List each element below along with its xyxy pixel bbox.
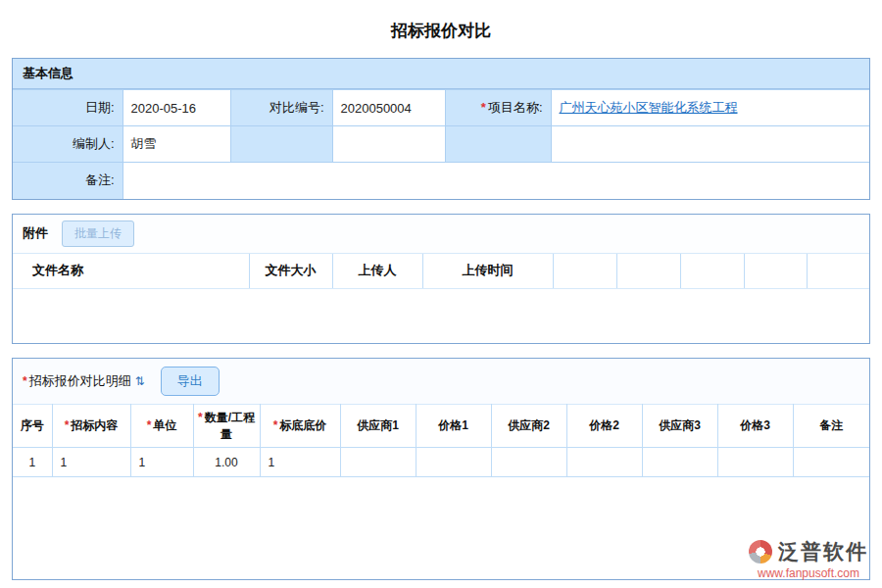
batch-upload-button[interactable]: 批量上传 [62,220,134,247]
required-mark: * [65,418,70,432]
attachment-column-empty [807,254,869,289]
detail-cell-seq: 1 [13,448,52,477]
attachment-column-empty [744,254,807,289]
sort-icon[interactable]: ⇅ [135,374,145,388]
basic-info-row-1: 日期: 2020-05-16 对比编号: 2020050004 *项目名称: 广… [13,90,869,126]
basic-info-section: 基本信息 日期: 2020-05-16 对比编号: 2020050004 *项目… [12,58,870,200]
detail-data-row: 1 1 1 1.00 1 [13,448,869,477]
attachment-column-filesize: 文件大小 [249,254,332,289]
author-value: 胡雪 [122,126,230,163]
detail-cell-supplier2 [491,448,566,477]
brand-footer: 泛普软件 www.fanpusoft.com [749,538,868,580]
detail-column-remark: 备注 [793,405,869,448]
project-name-link[interactable]: 广州天心苑小区智能化系统工程 [560,100,738,115]
attachment-column-filename: 文件名称 [13,254,249,289]
required-mark: * [198,411,203,424]
detail-column-seq: 序号 [13,405,52,448]
author-label: 编制人: [13,126,122,163]
attachments-section: 附件 批量上传 文件名称 文件大小 上传人 上传时间 [12,214,870,345]
attachment-column-empty [616,254,680,289]
detail-cell-remark [793,448,869,477]
detail-cell-unit: 1 [130,448,193,477]
detail-toolbar: * 招标报价对比明细 ⇅ 导出 [13,359,869,404]
attachments-table: 文件名称 文件大小 上传人 上传时间 [13,254,869,290]
project-name-cell: 广州天心苑小区智能化系统工程 [551,90,869,126]
empty-label-cell [230,126,332,163]
detail-column-baseprice: *标底底价 [260,405,340,448]
detail-column-price2: 价格2 [566,405,642,448]
attachments-title: 附件 [23,224,48,242]
export-button[interactable]: 导出 [161,367,220,396]
remark-value [122,163,869,199]
detail-header-row: 序号 *招标内容 *单位 *数量/工程量 *标底底价 供应商1 价格1 供应商2… [13,405,869,448]
detail-empty-area [13,477,869,579]
detail-cell-supplier3 [642,448,717,477]
attachment-column-uploader: 上传人 [332,254,422,289]
detail-column-supplier1: 供应商1 [340,405,416,448]
detail-column-price1: 价格1 [416,405,491,448]
page-title: 招标报价对比 [12,0,870,58]
detail-section: * 招标报价对比明细 ⇅ 导出 序号 *招标内容 *单位 *数量/工程量 *标底… [12,358,870,580]
detail-cell-quantity: 1.00 [193,448,260,477]
detail-column-supplier2: 供应商2 [491,405,566,448]
basic-info-row-2: 编制人: 胡雪 [13,126,869,163]
basic-info-row-3: 备注: [13,163,869,199]
attachments-header-row: 文件名称 文件大小 上传人 上传时间 [13,254,869,289]
compare-no-value: 2020050004 [332,90,445,126]
brand-name: 泛普软件 [778,538,868,565]
detail-column-unit: *单位 [130,405,193,448]
detail-cell-price3 [717,448,793,477]
detail-cell-baseprice: 1 [260,448,340,477]
project-name-label: *项目名称: [445,90,551,126]
detail-cell-price1 [416,448,491,477]
detail-section-title: 招标报价对比明细 [29,372,131,390]
brand-row: 泛普软件 [749,538,868,565]
detail-cell-supplier1 [340,448,416,477]
date-value: 2020-05-16 [122,90,230,126]
basic-info-table: 日期: 2020-05-16 对比编号: 2020050004 *项目名称: 广… [13,89,869,199]
detail-column-quantity: *数量/工程量 [193,405,260,448]
remark-label: 备注: [13,163,122,199]
empty-value-cell [551,126,869,163]
attachment-column-empty [680,254,744,289]
compare-no-label: 对比编号: [230,90,332,126]
detail-table: 序号 *招标内容 *单位 *数量/工程量 *标底底价 供应商1 价格1 供应商2… [13,404,869,477]
brand-url: www.fanpusoft.com [749,566,868,580]
detail-column-supplier3: 供应商3 [642,405,717,448]
detail-cell-content: 1 [52,448,130,477]
required-mark: * [23,374,27,388]
fanpu-logo-icon [749,540,772,564]
required-mark: * [273,418,278,432]
basic-info-section-title: 基本信息 [13,59,869,89]
detail-cell-price2 [566,448,642,477]
date-label: 日期: [13,90,122,126]
empty-value-cell [332,126,445,163]
attachment-column-empty [553,254,616,289]
empty-label-cell [445,126,551,163]
required-mark: * [147,418,152,432]
attachments-toolbar: 附件 批量上传 [13,215,869,254]
attachments-empty-area [13,289,869,343]
page: 招标报价对比 基本信息 日期: 2020-05-16 对比编号: 2020050… [0,0,882,580]
required-mark: * [481,100,486,115]
detail-column-price3: 价格3 [717,405,793,448]
detail-column-content: *招标内容 [52,405,130,448]
attachment-column-uploadtime: 上传时间 [422,254,553,289]
